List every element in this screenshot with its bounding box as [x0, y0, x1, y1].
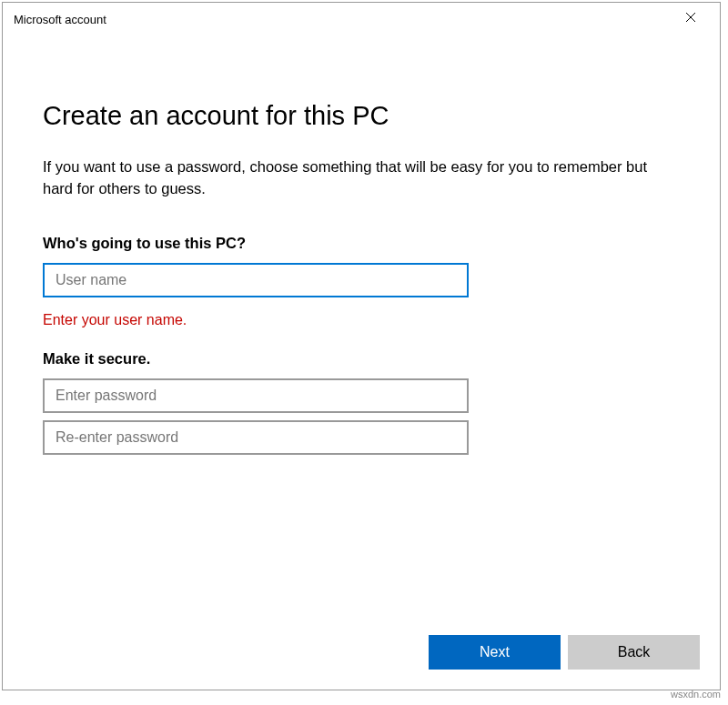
close-button[interactable] [671, 4, 711, 31]
page-heading: Create an account for this PC [43, 101, 680, 131]
username-input[interactable] [43, 263, 469, 297]
password-section: Make it secure. [43, 350, 680, 455]
password-label: Make it secure. [43, 350, 680, 368]
titlebar: Microsoft account [3, 3, 720, 35]
username-section: Who's going to use this PC? Enter your u… [43, 235, 680, 328]
close-icon [685, 12, 696, 23]
back-button[interactable]: Back [568, 635, 700, 670]
watermark: wsxdn.com [671, 689, 721, 700]
password-input[interactable] [43, 378, 469, 413]
password-confirm-input[interactable] [43, 420, 469, 455]
dialog-window: Microsoft account Create an account for … [2, 2, 721, 690]
next-button[interactable]: Next [429, 635, 561, 670]
username-label: Who's going to use this PC? [43, 235, 680, 252]
content-area: Create an account for this PC If you wan… [3, 35, 720, 635]
window-title: Microsoft account [14, 13, 106, 26]
page-description: If you want to use a password, choose so… [43, 156, 680, 200]
footer-buttons: Next Back [3, 635, 720, 690]
username-error: Enter your user name. [43, 312, 680, 328]
